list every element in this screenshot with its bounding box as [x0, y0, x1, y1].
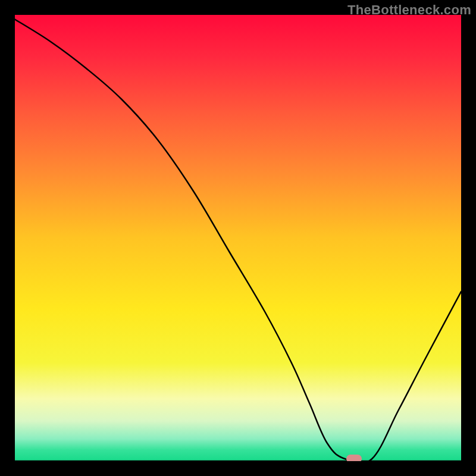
plot-svg — [15, 15, 461, 461]
gradient-background — [15, 15, 461, 461]
watermark-text: TheBottleneck.com — [347, 2, 471, 18]
chart-frame: TheBottleneck.com — [0, 0, 476, 476]
plot-area — [15, 15, 461, 461]
optimal-marker — [346, 455, 362, 461]
